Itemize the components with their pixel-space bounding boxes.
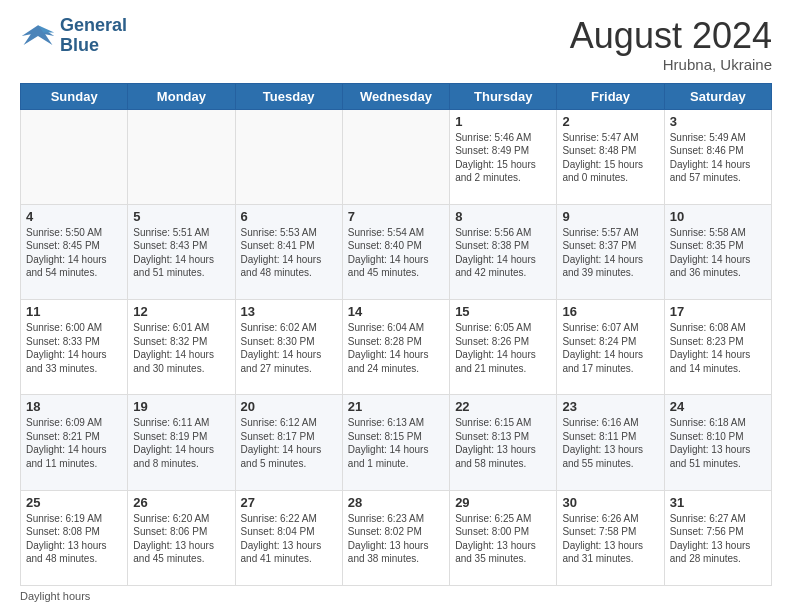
day-info: Sunrise: 5:46 AM Sunset: 8:49 PM Dayligh… [455, 131, 551, 185]
day-number: 4 [26, 209, 122, 224]
day-number: 29 [455, 495, 551, 510]
calendar-cell: 23Sunrise: 6:16 AM Sunset: 8:11 PM Dayli… [557, 395, 664, 490]
day-info: Sunrise: 6:05 AM Sunset: 8:26 PM Dayligh… [455, 321, 551, 375]
calendar-cell: 14Sunrise: 6:04 AM Sunset: 8:28 PM Dayli… [342, 300, 449, 395]
calendar-cell: 16Sunrise: 6:07 AM Sunset: 8:24 PM Dayli… [557, 300, 664, 395]
day-info: Sunrise: 6:01 AM Sunset: 8:32 PM Dayligh… [133, 321, 229, 375]
day-number: 20 [241, 399, 337, 414]
week-row-2: 4Sunrise: 5:50 AM Sunset: 8:45 PM Daylig… [21, 204, 772, 299]
calendar-cell: 26Sunrise: 6:20 AM Sunset: 8:06 PM Dayli… [128, 490, 235, 585]
calendar-cell: 11Sunrise: 6:00 AM Sunset: 8:33 PM Dayli… [21, 300, 128, 395]
day-info: Sunrise: 6:26 AM Sunset: 7:58 PM Dayligh… [562, 512, 658, 566]
calendar-cell: 22Sunrise: 6:15 AM Sunset: 8:13 PM Dayli… [450, 395, 557, 490]
day-number: 31 [670, 495, 766, 510]
calendar-cell: 2Sunrise: 5:47 AM Sunset: 8:48 PM Daylig… [557, 109, 664, 204]
logo-icon [20, 18, 56, 54]
day-number: 15 [455, 304, 551, 319]
day-header-friday: Friday [557, 83, 664, 109]
day-number: 24 [670, 399, 766, 414]
calendar-cell [235, 109, 342, 204]
calendar-cell: 7Sunrise: 5:54 AM Sunset: 8:40 PM Daylig… [342, 204, 449, 299]
day-number: 18 [26, 399, 122, 414]
calendar-cell: 8Sunrise: 5:56 AM Sunset: 8:38 PM Daylig… [450, 204, 557, 299]
calendar-cell: 31Sunrise: 6:27 AM Sunset: 7:56 PM Dayli… [664, 490, 771, 585]
calendar-cell: 13Sunrise: 6:02 AM Sunset: 8:30 PM Dayli… [235, 300, 342, 395]
calendar-cell [128, 109, 235, 204]
header: General Blue August 2024 Hrubna, Ukraine [20, 16, 772, 73]
day-info: Sunrise: 6:12 AM Sunset: 8:17 PM Dayligh… [241, 416, 337, 470]
day-number: 19 [133, 399, 229, 414]
day-info: Sunrise: 5:47 AM Sunset: 8:48 PM Dayligh… [562, 131, 658, 185]
logo-text: General Blue [60, 16, 127, 56]
day-number: 8 [455, 209, 551, 224]
day-info: Sunrise: 6:23 AM Sunset: 8:02 PM Dayligh… [348, 512, 444, 566]
day-header-monday: Monday [128, 83, 235, 109]
month-title: August 2024 [570, 16, 772, 56]
logo-line1: General [60, 16, 127, 36]
day-info: Sunrise: 6:18 AM Sunset: 8:10 PM Dayligh… [670, 416, 766, 470]
day-info: Sunrise: 6:00 AM Sunset: 8:33 PM Dayligh… [26, 321, 122, 375]
week-row-5: 25Sunrise: 6:19 AM Sunset: 8:08 PM Dayli… [21, 490, 772, 585]
day-info: Sunrise: 6:19 AM Sunset: 8:08 PM Dayligh… [26, 512, 122, 566]
day-info: Sunrise: 6:20 AM Sunset: 8:06 PM Dayligh… [133, 512, 229, 566]
week-row-3: 11Sunrise: 6:00 AM Sunset: 8:33 PM Dayli… [21, 300, 772, 395]
page: General Blue August 2024 Hrubna, Ukraine… [0, 0, 792, 612]
day-info: Sunrise: 6:11 AM Sunset: 8:19 PM Dayligh… [133, 416, 229, 470]
day-info: Sunrise: 5:51 AM Sunset: 8:43 PM Dayligh… [133, 226, 229, 280]
footer-note: Daylight hours [20, 590, 772, 602]
day-number: 7 [348, 209, 444, 224]
day-info: Sunrise: 6:27 AM Sunset: 7:56 PM Dayligh… [670, 512, 766, 566]
calendar-cell [21, 109, 128, 204]
day-info: Sunrise: 6:02 AM Sunset: 8:30 PM Dayligh… [241, 321, 337, 375]
day-number: 30 [562, 495, 658, 510]
day-number: 22 [455, 399, 551, 414]
calendar-cell: 17Sunrise: 6:08 AM Sunset: 8:23 PM Dayli… [664, 300, 771, 395]
calendar-cell: 29Sunrise: 6:25 AM Sunset: 8:00 PM Dayli… [450, 490, 557, 585]
day-header-wednesday: Wednesday [342, 83, 449, 109]
calendar-cell: 19Sunrise: 6:11 AM Sunset: 8:19 PM Dayli… [128, 395, 235, 490]
day-number: 6 [241, 209, 337, 224]
day-number: 13 [241, 304, 337, 319]
logo: General Blue [20, 16, 127, 56]
calendar-cell: 15Sunrise: 6:05 AM Sunset: 8:26 PM Dayli… [450, 300, 557, 395]
day-info: Sunrise: 5:50 AM Sunset: 8:45 PM Dayligh… [26, 226, 122, 280]
calendar-header-row: SundayMondayTuesdayWednesdayThursdayFrid… [21, 83, 772, 109]
day-number: 27 [241, 495, 337, 510]
day-number: 28 [348, 495, 444, 510]
calendar-cell: 18Sunrise: 6:09 AM Sunset: 8:21 PM Dayli… [21, 395, 128, 490]
calendar-cell: 6Sunrise: 5:53 AM Sunset: 8:41 PM Daylig… [235, 204, 342, 299]
week-row-1: 1Sunrise: 5:46 AM Sunset: 8:49 PM Daylig… [21, 109, 772, 204]
day-number: 12 [133, 304, 229, 319]
calendar-cell: 1Sunrise: 5:46 AM Sunset: 8:49 PM Daylig… [450, 109, 557, 204]
day-number: 3 [670, 114, 766, 129]
day-info: Sunrise: 5:57 AM Sunset: 8:37 PM Dayligh… [562, 226, 658, 280]
day-info: Sunrise: 6:15 AM Sunset: 8:13 PM Dayligh… [455, 416, 551, 470]
calendar-cell: 20Sunrise: 6:12 AM Sunset: 8:17 PM Dayli… [235, 395, 342, 490]
day-number: 9 [562, 209, 658, 224]
day-info: Sunrise: 6:04 AM Sunset: 8:28 PM Dayligh… [348, 321, 444, 375]
day-number: 14 [348, 304, 444, 319]
day-number: 2 [562, 114, 658, 129]
day-info: Sunrise: 5:49 AM Sunset: 8:46 PM Dayligh… [670, 131, 766, 185]
day-header-thursday: Thursday [450, 83, 557, 109]
calendar-cell: 27Sunrise: 6:22 AM Sunset: 8:04 PM Dayli… [235, 490, 342, 585]
day-number: 16 [562, 304, 658, 319]
day-info: Sunrise: 6:16 AM Sunset: 8:11 PM Dayligh… [562, 416, 658, 470]
day-info: Sunrise: 5:53 AM Sunset: 8:41 PM Dayligh… [241, 226, 337, 280]
calendar-cell: 12Sunrise: 6:01 AM Sunset: 8:32 PM Dayli… [128, 300, 235, 395]
calendar-cell: 21Sunrise: 6:13 AM Sunset: 8:15 PM Dayli… [342, 395, 449, 490]
calendar-cell: 4Sunrise: 5:50 AM Sunset: 8:45 PM Daylig… [21, 204, 128, 299]
calendar-cell: 5Sunrise: 5:51 AM Sunset: 8:43 PM Daylig… [128, 204, 235, 299]
day-number: 1 [455, 114, 551, 129]
daylight-label: Daylight hours [20, 590, 90, 602]
calendar-cell: 24Sunrise: 6:18 AM Sunset: 8:10 PM Dayli… [664, 395, 771, 490]
calendar-cell [342, 109, 449, 204]
day-number: 21 [348, 399, 444, 414]
calendar-cell: 25Sunrise: 6:19 AM Sunset: 8:08 PM Dayli… [21, 490, 128, 585]
day-number: 26 [133, 495, 229, 510]
day-info: Sunrise: 6:07 AM Sunset: 8:24 PM Dayligh… [562, 321, 658, 375]
day-info: Sunrise: 5:56 AM Sunset: 8:38 PM Dayligh… [455, 226, 551, 280]
day-number: 10 [670, 209, 766, 224]
day-number: 23 [562, 399, 658, 414]
day-number: 17 [670, 304, 766, 319]
